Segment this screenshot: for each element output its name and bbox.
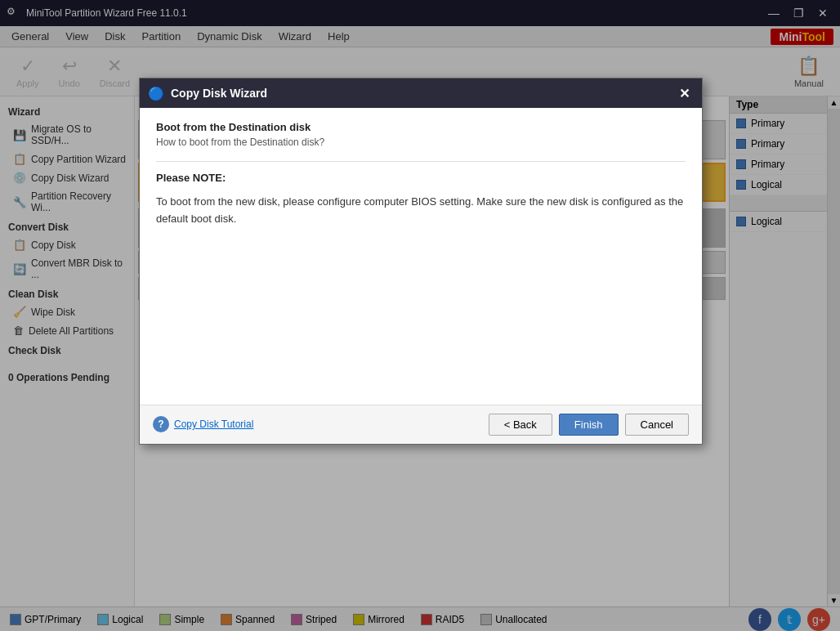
cancel-button[interactable]: Cancel	[625, 414, 689, 436]
modal-section-sub: How to boot from the Destination disk?	[156, 136, 686, 148]
finish-button[interactable]: Finish	[559, 414, 619, 436]
help-icon: ?	[153, 416, 169, 432]
modal-body-text: To boot from the new disk, please config…	[156, 194, 686, 228]
modal-titlebar: 🔵 Copy Disk Wizard ✕	[140, 78, 702, 108]
modal-title: Copy Disk Wizard	[171, 87, 267, 100]
copy-disk-wizard-modal: 🔵 Copy Disk Wizard ✕ Boot from the Desti…	[139, 78, 703, 445]
copy-disk-tutorial-link[interactable]: Copy Disk Tutorial	[174, 418, 253, 430]
modal-note: Please NOTE:	[156, 172, 686, 184]
modal-footer-buttons: < Back Finish Cancel	[489, 414, 689, 436]
modal-divider	[156, 161, 686, 162]
modal-title-icon: 🔵	[148, 86, 164, 101]
modal-close-button[interactable]: ✕	[674, 83, 694, 103]
back-button[interactable]: < Back	[489, 414, 552, 436]
modal-section-header: Boot from the Destination disk	[156, 121, 686, 133]
modal-content: Boot from the Destination disk How to bo…	[140, 108, 702, 405]
modal-footer: ? Copy Disk Tutorial < Back Finish Cance…	[140, 405, 702, 444]
modal-spacer	[156, 228, 686, 392]
